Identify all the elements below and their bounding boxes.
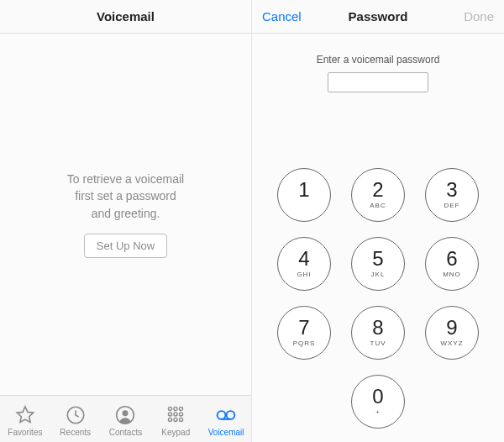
- tab-recents[interactable]: Recents: [52, 404, 99, 437]
- pw-title: Password: [349, 9, 408, 24]
- svg-point-13: [227, 411, 235, 419]
- svg-point-3: [169, 407, 172, 410]
- voicemail-icon: [215, 404, 237, 426]
- key-0[interactable]: 0 +: [351, 375, 405, 429]
- key-5[interactable]: 5 JKL: [351, 237, 405, 291]
- key-digit: 3: [446, 180, 457, 200]
- key-1[interactable]: 1: [277, 168, 331, 222]
- pw-body: Enter a voicemail password 1 2 ABC 3 DEF…: [252, 34, 504, 442]
- key-digit: 8: [372, 318, 383, 338]
- key-9[interactable]: 9 WXYZ: [425, 306, 479, 360]
- tab-label: Keypad: [161, 428, 190, 437]
- vm-title: Voicemail: [97, 9, 155, 24]
- tab-favorites[interactable]: Favorites: [2, 404, 49, 437]
- key-digit: 4: [298, 249, 309, 269]
- svg-point-7: [174, 413, 177, 416]
- key-6[interactable]: 6 MNO: [425, 237, 479, 291]
- tab-label: Contacts: [109, 428, 142, 437]
- key-letters: +: [375, 408, 381, 417]
- key-digit: 7: [298, 318, 309, 338]
- tab-label: Voicemail: [208, 428, 244, 437]
- key-letters: MNO: [443, 271, 461, 279]
- password-field[interactable]: [328, 72, 428, 92]
- keypad-icon: [165, 404, 186, 426]
- tab-contacts[interactable]: Contacts: [102, 404, 149, 437]
- svg-point-10: [174, 418, 177, 421]
- svg-point-6: [169, 413, 172, 416]
- tab-voicemail[interactable]: Voicemail: [202, 404, 249, 437]
- vm-body: To retrieve a voicemail first set a pass…: [0, 34, 251, 395]
- tab-label: Favorites: [8, 428, 42, 437]
- vm-header: Voicemail: [0, 0, 251, 34]
- key-letters: DEF: [444, 202, 460, 210]
- svg-point-9: [169, 418, 172, 421]
- key-digit: 9: [446, 318, 457, 338]
- key-digit: 2: [372, 180, 383, 200]
- setup-now-button[interactable]: Set Up Now: [84, 234, 167, 258]
- vm-message: To retrieve a voicemail first set a pass…: [67, 171, 184, 222]
- tab-label: Recents: [60, 428, 91, 437]
- key-letters: ABC: [370, 202, 386, 210]
- key-letters: PQRS: [293, 339, 316, 348]
- svg-point-12: [218, 411, 226, 419]
- key-2[interactable]: 2 ABC: [351, 168, 405, 222]
- key-8[interactable]: 8 TUV: [351, 306, 405, 360]
- svg-point-2: [123, 410, 129, 416]
- key-letters: TUV: [370, 339, 386, 348]
- key-letters: GHI: [297, 271, 311, 279]
- tab-bar: Favorites Recents Contacts Keypad: [0, 395, 251, 442]
- key-digit: 0: [372, 387, 383, 407]
- cancel-button[interactable]: Cancel: [262, 0, 302, 34]
- key-digit: 6: [446, 249, 457, 269]
- done-button[interactable]: Done: [464, 0, 494, 34]
- key-digit: 5: [372, 249, 383, 269]
- voicemail-panel: Voicemail To retrieve a voicemail first …: [0, 0, 252, 442]
- clock-icon: [65, 404, 87, 426]
- svg-point-4: [174, 407, 177, 410]
- key-letters: JKL: [371, 271, 386, 279]
- svg-point-11: [180, 418, 183, 421]
- key-3[interactable]: 3 DEF: [425, 168, 479, 222]
- pw-instruction: Enter a voicemail password: [317, 54, 440, 66]
- keypad: 1 2 ABC 3 DEF 4 GHI 5 JKL 6 MNO: [277, 168, 479, 429]
- key-4[interactable]: 4 GHI: [277, 237, 331, 291]
- svg-point-5: [180, 407, 183, 410]
- pw-header: Cancel Password Done: [252, 0, 504, 34]
- tab-keypad[interactable]: Keypad: [152, 404, 199, 437]
- key-letters: WXYZ: [440, 339, 463, 348]
- key-digit: 1: [298, 180, 309, 200]
- password-panel: Cancel Password Done Enter a voicemail p…: [252, 0, 504, 442]
- contact-icon: [114, 404, 136, 426]
- svg-point-8: [180, 413, 183, 416]
- key-7[interactable]: 7 PQRS: [277, 306, 331, 360]
- star-icon: [14, 404, 36, 426]
